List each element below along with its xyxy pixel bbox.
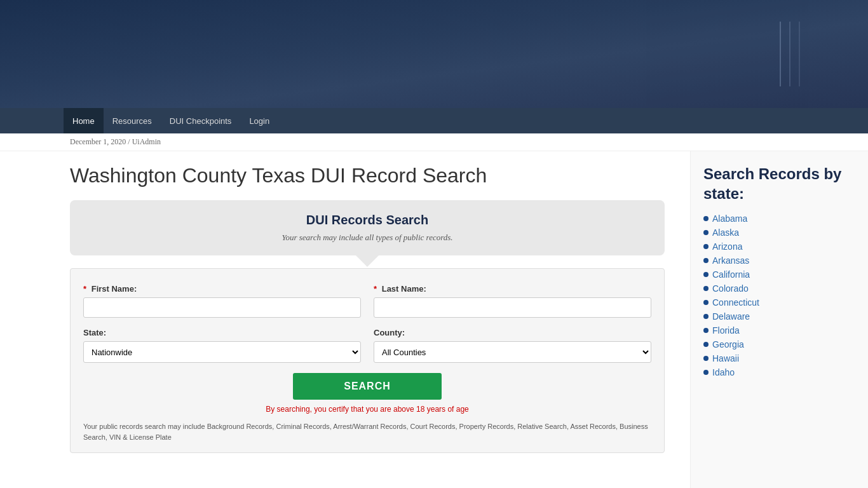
sidebar-list-item: Arkansas [703, 255, 855, 266]
sidebar-state-colorado[interactable]: Colorado [712, 283, 749, 294]
first-name-input[interactable] [83, 297, 361, 318]
bullet-icon [703, 328, 709, 333]
bullet-icon [703, 314, 709, 319]
county-label: County: [374, 328, 651, 337]
sidebar-list-item: Hawaii [703, 353, 855, 363]
search-button-wrap: SEARCH [83, 373, 651, 400]
bullet-icon [703, 216, 709, 221]
state-label: State: [83, 328, 361, 337]
sidebar-state-delaware[interactable]: Delaware [712, 311, 750, 322]
bullet-icon [703, 342, 709, 347]
sidebar-list-item: California [703, 269, 855, 280]
navbar: Home Resources DUI Checkpoints Login [0, 108, 868, 133]
first-name-label: * First Name: [83, 284, 361, 294]
sidebar-list-item: Connecticut [703, 297, 855, 308]
breadcrumb-date: December 1, 2020 [70, 137, 126, 146]
sidebar-list-item: Alabama [703, 214, 855, 224]
site-header: DUI Records Easy 1-click search for DUI/… [0, 0, 868, 108]
state-group: State: Nationwide Alabama Alaska Arizona… [83, 328, 361, 363]
last-name-group: * Last Name: [374, 284, 651, 318]
nav-dui-checkpoints[interactable]: DUI Checkpoints [161, 108, 241, 133]
sidebar-state-arizona[interactable]: Arizona [712, 241, 742, 252]
disclaimer-text: Your public records search may include B… [83, 421, 651, 442]
age-certification: By searching, you certify that you are a… [83, 405, 651, 414]
bullet-icon [703, 272, 709, 277]
search-box-title: DUI Records Search [83, 213, 652, 227]
bullet-icon [703, 230, 709, 235]
page-title: Washington County Texas DUI Record Searc… [70, 164, 665, 187]
bullet-icon [703, 258, 709, 263]
first-name-required: * [83, 284, 86, 294]
sidebar: Search Records by state: AlabamaAlaskaAr… [690, 151, 868, 488]
nav-resources[interactable]: Resources [104, 108, 161, 133]
sidebar-list-item: Alaska [703, 227, 855, 238]
search-box-outer: DUI Records Search Your search may inclu… [70, 200, 665, 255]
bullet-icon [703, 370, 709, 375]
sidebar-state-connecticut[interactable]: Connecticut [712, 297, 759, 308]
header-image [0, 0, 868, 108]
sidebar-state-alaska[interactable]: Alaska [712, 227, 739, 238]
sidebar-title: Search Records by state: [703, 164, 855, 203]
state-select[interactable]: Nationwide Alabama Alaska Arizona Arkans… [83, 341, 361, 363]
sidebar-list-item: Florida [703, 325, 855, 336]
bullet-icon [703, 300, 709, 305]
sidebar-state-alabama[interactable]: Alabama [712, 214, 747, 224]
last-name-input[interactable] [374, 297, 651, 318]
sidebar-list-item: Delaware [703, 311, 855, 322]
location-row: State: Nationwide Alabama Alaska Arizona… [83, 328, 651, 363]
name-row: * First Name: * Last Name: [83, 284, 651, 318]
sidebar-state-georgia[interactable]: Georgia [712, 339, 744, 349]
main-content: Washington County Texas DUI Record Searc… [0, 151, 690, 488]
nav-home[interactable]: Home [64, 108, 104, 133]
search-box-subtitle: Your search may include all types of pub… [83, 233, 652, 243]
county-group: County: All Counties Washington County [374, 328, 651, 363]
county-select[interactable]: All Counties Washington County [374, 341, 651, 363]
sidebar-list-item: Colorado [703, 283, 855, 294]
last-name-required: * [374, 284, 377, 294]
first-name-group: * First Name: [83, 284, 361, 318]
last-name-label: * Last Name: [374, 284, 651, 294]
breadcrumb: December 1, 2020 / UiAdmin [0, 133, 868, 151]
sidebar-state-california[interactable]: California [712, 269, 750, 280]
nav-login[interactable]: Login [240, 108, 278, 133]
bullet-icon [703, 286, 709, 291]
sidebar-list-item: Idaho [703, 367, 855, 377]
sidebar-state-arkansas[interactable]: Arkansas [712, 255, 749, 266]
sidebar-list-item: Georgia [703, 339, 855, 349]
page-layout: Washington County Texas DUI Record Searc… [0, 151, 868, 488]
sidebar-list-item: Arizona [703, 241, 855, 252]
search-form: * First Name: * Last Name: State: [70, 268, 665, 453]
sidebar-state-hawaii[interactable]: Hawaii [712, 353, 739, 363]
breadcrumb-separator: / [128, 137, 130, 146]
sidebar-state-idaho[interactable]: Idaho [712, 367, 735, 377]
sidebar-state-florida[interactable]: Florida [712, 325, 740, 336]
breadcrumb-author[interactable]: UiAdmin [132, 137, 161, 146]
bullet-icon [703, 356, 709, 361]
state-list: AlabamaAlaskaArizonaArkansasCaliforniaCo… [703, 214, 855, 377]
bullet-icon [703, 244, 709, 249]
search-button[interactable]: SEARCH [293, 373, 442, 400]
